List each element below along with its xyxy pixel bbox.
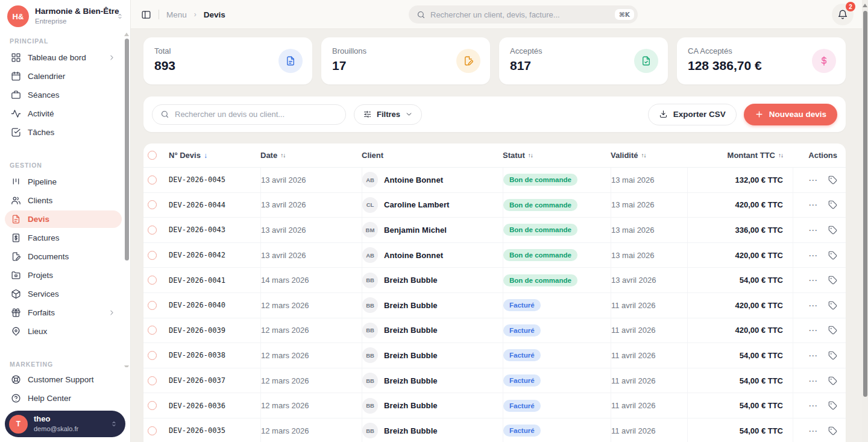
tag-icon[interactable] bbox=[828, 301, 837, 310]
row-checkbox[interactable] bbox=[148, 301, 157, 310]
table-row[interactable]: DEV-2026-0037 12 mars 2026 BBBreizh Bubb… bbox=[143, 368, 846, 394]
tag-icon[interactable] bbox=[828, 426, 837, 435]
table-row[interactable]: DEV-2026-0045 13 avril 2026 ABAntoine Bo… bbox=[143, 168, 846, 193]
sidebar-item-documents[interactable]: Documents bbox=[5, 248, 122, 265]
breadcrumb-root[interactable]: Menu bbox=[166, 10, 187, 19]
column-header-validity[interactable]: Validité↑↓ bbox=[611, 144, 687, 167]
row-checkbox[interactable] bbox=[148, 376, 157, 385]
sidebar-item-forfaits[interactable]: Forfaits bbox=[5, 304, 122, 321]
table-row[interactable]: DEV-2026-0039 12 mars 2026 BBBreizh Bubb… bbox=[143, 318, 846, 344]
row-menu-button[interactable]: ⋯ bbox=[808, 226, 818, 235]
stat-card-total: Total 893 bbox=[143, 37, 312, 84]
column-header-status[interactable]: Statut↑↓ bbox=[503, 144, 611, 167]
row-checkbox[interactable] bbox=[148, 351, 157, 360]
table-row[interactable]: DEV-2026-0044 13 avril 2026 CLCaroline L… bbox=[143, 193, 846, 218]
row-checkbox[interactable] bbox=[148, 200, 157, 209]
workspace-switcher[interactable]: H& Harmonie & Bien-Être Entreprise bbox=[0, 0, 130, 33]
table-row[interactable]: DEV-2026-0036 12 mars 2026 BBBreizh Bubb… bbox=[143, 393, 846, 418]
global-search[interactable]: ⌘K bbox=[409, 5, 638, 24]
sidebar-item-seances[interactable]: Séances bbox=[5, 86, 122, 104]
tag-icon[interactable] bbox=[828, 200, 837, 209]
tag-icon[interactable] bbox=[828, 401, 837, 410]
sidebar-item-services[interactable]: Services bbox=[5, 285, 122, 303]
row-checkbox[interactable] bbox=[148, 226, 157, 235]
row-menu-button[interactable]: ⋯ bbox=[808, 326, 818, 335]
row-checkbox[interactable] bbox=[148, 251, 157, 260]
sidebar-item-lieux[interactable]: Lieux bbox=[5, 323, 122, 340]
row-checkbox[interactable] bbox=[148, 276, 157, 285]
sidebar-item-devis[interactable]: Devis bbox=[5, 210, 122, 228]
file-text-icon bbox=[11, 214, 21, 224]
sidebar-item-label: Calendrier bbox=[28, 72, 65, 81]
sidebar-item-help-center[interactable]: Help Center bbox=[5, 390, 125, 407]
table-row[interactable]: DEV-2026-0038 12 mars 2026 BBBreizh Bubb… bbox=[143, 343, 846, 368]
table-row[interactable]: DEV-2026-0043 13 avril 2026 BMBenjamin M… bbox=[143, 218, 846, 243]
row-checkbox[interactable] bbox=[148, 175, 157, 185]
row-checkbox[interactable] bbox=[148, 326, 157, 335]
row-menu-button[interactable]: ⋯ bbox=[808, 276, 818, 285]
tag-icon[interactable] bbox=[828, 351, 837, 360]
quote-validity: 11 avril 2026 bbox=[611, 343, 687, 368]
sidebar-item-customer-support[interactable]: Customer Support bbox=[5, 371, 125, 388]
row-menu-button[interactable]: ⋯ bbox=[808, 301, 818, 310]
row-menu-button[interactable]: ⋯ bbox=[808, 376, 818, 385]
sidebar-item-tableau-de-bord[interactable]: Tableau de bord bbox=[5, 49, 122, 66]
tag-icon[interactable] bbox=[828, 276, 837, 285]
row-menu-button[interactable]: ⋯ bbox=[808, 200, 818, 209]
tag-icon[interactable] bbox=[828, 175, 837, 185]
export-csv-button[interactable]: Exporter CSV bbox=[648, 104, 737, 125]
column-header-client[interactable]: Client bbox=[362, 144, 503, 167]
sidebar-toggle-button[interactable] bbox=[141, 10, 151, 20]
window-scrollbar[interactable] bbox=[862, 0, 868, 442]
column-header-date[interactable]: Date↑↓ bbox=[260, 144, 362, 167]
row-checkbox[interactable] bbox=[148, 426, 157, 435]
filters-button[interactable]: Filtres bbox=[354, 104, 422, 125]
quote-search-input[interactable] bbox=[175, 110, 338, 119]
user-name: theo bbox=[34, 414, 78, 425]
tag-icon[interactable] bbox=[828, 226, 837, 235]
new-quote-button[interactable]: Nouveau devis bbox=[744, 104, 837, 125]
sidebar-item-projets[interactable]: Projets bbox=[5, 267, 122, 284]
sidebar-scroll-up-arrow[interactable] bbox=[124, 33, 129, 36]
quote-date: 12 mars 2026 bbox=[260, 368, 362, 393]
sidebar-scrollbar-thumb[interactable] bbox=[125, 39, 129, 260]
tag-icon[interactable] bbox=[828, 326, 837, 335]
table-row[interactable]: DEV-2026-0041 14 mars 2026 BBBreizh Bubb… bbox=[143, 268, 846, 293]
column-header-amount[interactable]: Montant TTC↑↓ bbox=[687, 144, 793, 167]
sidebar-item-taches[interactable]: Tâches bbox=[5, 124, 122, 141]
file-check-icon bbox=[634, 49, 658, 73]
row-menu-button[interactable]: ⋯ bbox=[808, 251, 818, 260]
table-row[interactable]: DEV-2026-0042 13 avril 2026 ABAntoine Bo… bbox=[143, 243, 846, 268]
kanban-icon bbox=[11, 177, 21, 187]
sidebar-item-factures[interactable]: Factures bbox=[5, 229, 122, 247]
sidebar-item-pipeline[interactable]: Pipeline bbox=[5, 173, 122, 191]
column-header-number[interactable]: N° Devis↓ bbox=[169, 144, 260, 167]
quote-amount: 420,00 € TTC bbox=[687, 243, 793, 268]
row-menu-button[interactable]: ⋯ bbox=[808, 401, 818, 410]
client-avatar: CL bbox=[362, 197, 378, 213]
sidebar-item-clients[interactable]: Clients bbox=[5, 192, 122, 209]
scroll-up-arrow[interactable] bbox=[863, 4, 867, 7]
row-checkbox[interactable] bbox=[148, 401, 157, 410]
row-menu-button[interactable]: ⋯ bbox=[808, 351, 818, 360]
quote-date: 12 mars 2026 bbox=[260, 418, 362, 442]
row-menu-button[interactable]: ⋯ bbox=[808, 175, 818, 185]
sidebar: H& Harmonie & Bien-Être Entreprise PRINC… bbox=[0, 0, 131, 442]
global-search-input[interactable] bbox=[430, 10, 610, 19]
sidebar-item-calendrier[interactable]: Calendrier bbox=[5, 68, 122, 85]
notifications-button[interactable]: 2 bbox=[832, 4, 854, 25]
quote-number: DEV-2026-0039 bbox=[169, 318, 260, 343]
table-row[interactable]: DEV-2026-0040 12 mars 2026 BBBreizh Bubb… bbox=[143, 293, 846, 318]
user-menu[interactable]: T theo demo@skalo.fr bbox=[5, 411, 125, 437]
tag-icon[interactable] bbox=[828, 251, 837, 260]
scrollbar-thumb[interactable] bbox=[863, 11, 867, 397]
status-badge: Facturé bbox=[503, 400, 541, 412]
file-pen-icon bbox=[11, 251, 21, 262]
sidebar-item-activite[interactable]: Activité bbox=[5, 105, 122, 122]
quote-search[interactable] bbox=[152, 104, 346, 125]
select-all-checkbox[interactable] bbox=[148, 151, 157, 160]
row-menu-button[interactable]: ⋯ bbox=[808, 426, 818, 435]
table-row[interactable]: DEV-2026-0035 12 mars 2026 BBBreizh Bubb… bbox=[143, 418, 846, 442]
client-cell: BMBenjamin Michel bbox=[362, 218, 503, 242]
tag-icon[interactable] bbox=[828, 376, 837, 385]
